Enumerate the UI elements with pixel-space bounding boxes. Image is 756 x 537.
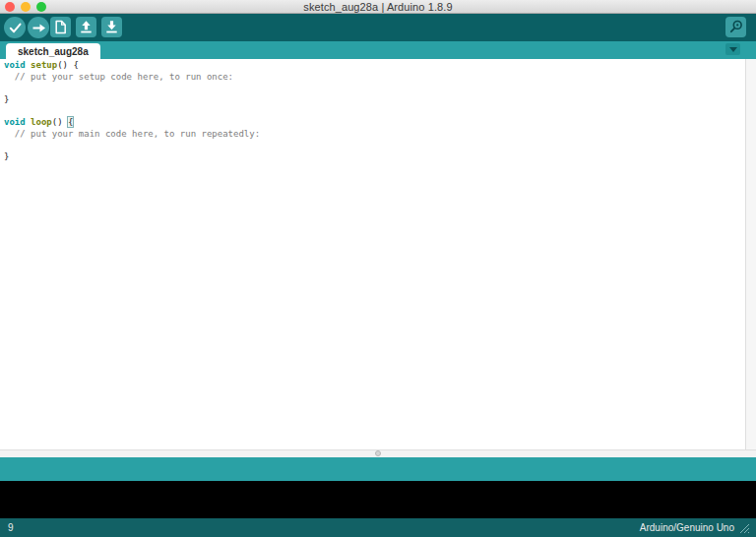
- code-line: [4, 83, 756, 94]
- new-button[interactable]: [50, 17, 71, 37]
- traffic-lights: [5, 2, 46, 12]
- arrow-up-tray-icon: [76, 17, 96, 37]
- close-button[interactable]: [5, 2, 15, 12]
- save-button[interactable]: [101, 17, 122, 37]
- tab-sketch[interactable]: sketch_aug28a: [6, 43, 100, 59]
- zoom-button[interactable]: [36, 2, 46, 12]
- vertical-scrollbar[interactable]: [745, 59, 756, 449]
- console-splitter-handle[interactable]: [375, 450, 381, 456]
- statusbar: 9 Arduino/Genuino Uno: [0, 518, 756, 537]
- code-line: }: [4, 151, 756, 163]
- code-line: // put your setup code here, to run once…: [4, 72, 756, 84]
- document-icon: [50, 17, 71, 37]
- code-editor[interactable]: void setup() { // put your setup code he…: [0, 59, 756, 457]
- code-line: void setup() {: [4, 60, 756, 72]
- code-line: [4, 140, 756, 151]
- tab-label: sketch_aug28a: [18, 46, 89, 57]
- chevron-down-icon: [729, 47, 737, 52]
- code-line: // put your main code here, to run repea…: [4, 129, 756, 141]
- titlebar: sketch_aug28a | Arduino 1.8.9: [0, 0, 756, 14]
- code-line: [4, 105, 756, 117]
- upload-button[interactable]: [28, 17, 49, 38]
- arrow-down-tray-icon: [101, 17, 122, 37]
- caret-line-number: 9: [8, 522, 14, 533]
- console-output: [0, 481, 756, 518]
- code-line: }: [4, 94, 756, 106]
- magnifier-icon: [725, 17, 746, 37]
- window-title: sketch_aug28a | Arduino 1.8.9: [303, 0, 452, 14]
- tab-bar: sketch_aug28a: [0, 41, 756, 59]
- verify-button[interactable]: [4, 17, 26, 38]
- check-icon: [5, 18, 26, 38]
- serial-monitor-button[interactable]: [725, 17, 746, 37]
- arrow-right-icon: [29, 18, 49, 38]
- tab-list-dropdown-button[interactable]: [725, 43, 740, 55]
- resize-grip-icon[interactable]: [738, 522, 750, 534]
- minimize-button[interactable]: [21, 2, 31, 12]
- code-line: void loop() {: [4, 117, 756, 129]
- board-port-label: Arduino/Genuino Uno: [640, 522, 734, 533]
- console-header: [0, 457, 756, 481]
- open-button[interactable]: [76, 17, 96, 37]
- code-text[interactable]: void setup() { // put your setup code he…: [0, 59, 756, 162]
- toolbar: [0, 14, 756, 41]
